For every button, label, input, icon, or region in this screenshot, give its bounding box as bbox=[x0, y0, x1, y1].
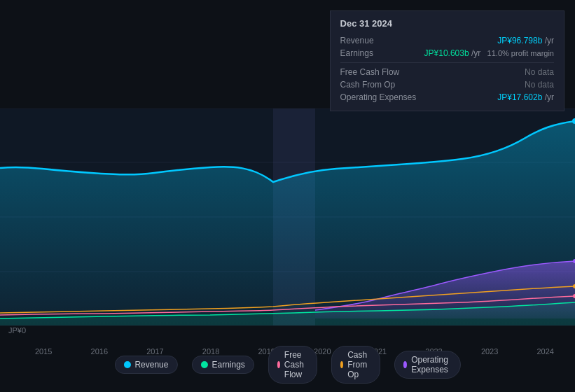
tooltip-value-earnings: JP¥10.603b /yr 11.0% profit margin bbox=[424, 48, 554, 58]
tooltip-value-fcf: No data bbox=[525, 67, 554, 77]
chart-container: Dec 31 2024 Revenue JP¥96.798b /yr Earni… bbox=[0, 0, 575, 392]
earnings-dot bbox=[200, 361, 207, 368]
tooltip-label-opex: Operating Expenses bbox=[340, 92, 424, 102]
cashfromop-dot bbox=[340, 361, 343, 368]
legend-label-opex: Operating Expenses bbox=[411, 355, 451, 374]
legend-item-revenue[interactable]: Revenue bbox=[114, 356, 177, 374]
opex-dot bbox=[403, 361, 407, 368]
tooltip-value-cashfromop: No data bbox=[525, 80, 554, 90]
tooltip-row-fcf: Free Cash Flow No data bbox=[340, 66, 554, 78]
tooltip-row-opex: Operating Expenses JP¥17.602b /yr bbox=[340, 91, 554, 104]
tooltip-box: Dec 31 2024 Revenue JP¥96.798b /yr Earni… bbox=[330, 10, 564, 111]
fcf-dot bbox=[277, 361, 280, 368]
tooltip-label-fcf: Free Cash Flow bbox=[340, 67, 424, 77]
legend-item-cashfromop[interactable]: Cash From Op bbox=[331, 346, 380, 384]
legend-label-earnings: Earnings bbox=[212, 360, 244, 370]
tooltip-label-cashfromop: Cash From Op bbox=[340, 80, 424, 90]
legend-label-revenue: Revenue bbox=[134, 360, 168, 370]
tooltip-value-revenue: JP¥96.798b /yr bbox=[497, 36, 554, 46]
x-label-2015: 2015 bbox=[35, 347, 52, 356]
tooltip-value-opex: JP¥17.602b /yr bbox=[497, 92, 554, 102]
x-label-2024: 2024 bbox=[536, 347, 553, 356]
tooltip-row-cashfromop: Cash From Op No data bbox=[340, 78, 554, 91]
x-label-2023: 2023 bbox=[481, 347, 498, 356]
revenue-dot bbox=[123, 361, 130, 368]
legend-item-earnings[interactable]: Earnings bbox=[191, 356, 254, 374]
tooltip-date: Dec 31 2024 bbox=[340, 18, 554, 29]
chart-svg bbox=[0, 108, 575, 326]
y-axis-bottom-label: JP¥0 bbox=[8, 326, 26, 335]
tooltip-row-revenue: Revenue JP¥96.798b /yr bbox=[340, 34, 554, 47]
tooltip-label-revenue: Revenue bbox=[340, 36, 424, 46]
x-label-2016: 2016 bbox=[91, 347, 108, 356]
legend-label-fcf: Free Cash Flow bbox=[284, 350, 308, 379]
tooltip-label-earnings: Earnings bbox=[340, 48, 424, 58]
legend: Revenue Earnings Free Cash Flow Cash Fro… bbox=[114, 346, 460, 384]
legend-item-fcf[interactable]: Free Cash Flow bbox=[268, 346, 317, 384]
legend-item-opex[interactable]: Operating Expenses bbox=[394, 351, 461, 379]
legend-label-cashfromop: Cash From Op bbox=[347, 350, 371, 379]
tooltip-row-earnings: Earnings JP¥10.603b /yr 11.0% profit mar… bbox=[340, 47, 554, 59]
